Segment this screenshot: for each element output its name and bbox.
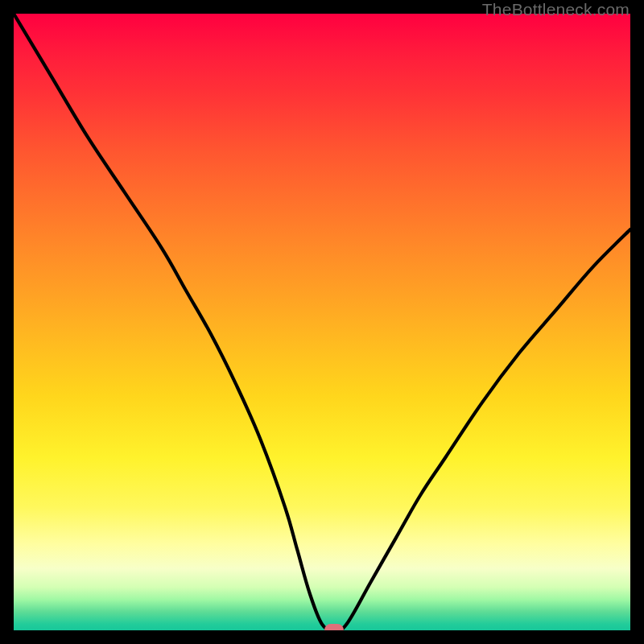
- chart-frame: TheBottleneck.com: [0, 0, 644, 644]
- plot-area: [14, 14, 630, 630]
- optimal-marker-icon: [324, 624, 344, 630]
- watermark-label: TheBottleneck.com: [482, 0, 630, 19]
- bottleneck-curve: [14, 14, 630, 630]
